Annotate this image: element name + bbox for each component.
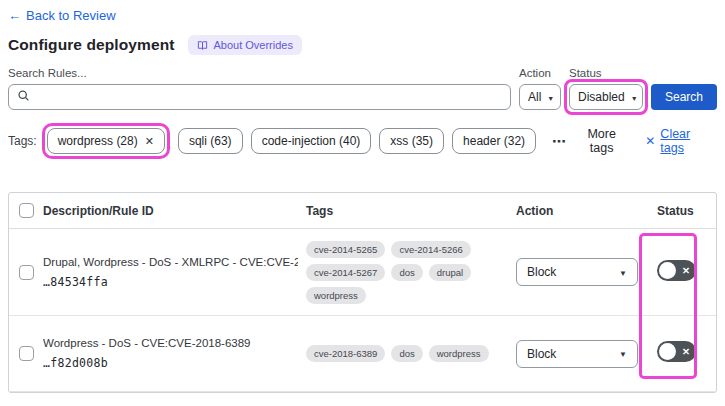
table-row: Drupal, Wordpress - DoS - XMLRPC - CVE:C… [9, 229, 716, 316]
row-checkbox[interactable] [19, 346, 34, 361]
tags-filter-row: Tags: wordpress (28) ✕ sqli (63) code-in… [8, 127, 717, 155]
column-header-description: Description/Rule ID [43, 204, 306, 218]
back-to-review-link[interactable]: ← Back to Review [8, 8, 116, 23]
status-filter-highlight: Disabled ▼ [564, 79, 648, 115]
tag-chip: cve-2014-5265 [306, 241, 385, 258]
tag-chip: drupal [429, 264, 471, 281]
remove-tag-icon[interactable]: ✕ [145, 135, 154, 148]
tag-pill-header[interactable]: header (32) [452, 128, 536, 154]
tag-pill-label: wordpress (28) [58, 134, 138, 148]
rules-table: Description/Rule ID Tags Action Status D… [8, 192, 717, 393]
toggle-knob [659, 343, 676, 360]
search-icon [17, 88, 30, 106]
action-filter-value: All [528, 90, 541, 104]
clear-tags-icon: ✕ [645, 134, 655, 148]
tag-pill-sqli[interactable]: sqli (63) [178, 128, 243, 154]
selected-tag-highlight: wordpress (28) ✕ [42, 123, 170, 159]
tag-chip: cve-2018-6389 [306, 345, 385, 362]
column-header-tags: Tags [306, 204, 506, 218]
tag-chip: wordpress [429, 345, 489, 362]
status-filter-dropdown[interactable]: Disabled ▼ [569, 84, 643, 110]
table-row: Wordpress - DoS - CVE:CVE-2018-6389 …f82… [9, 316, 716, 392]
column-header-status: Status [641, 204, 716, 218]
chevron-down-icon: ▼ [631, 94, 638, 101]
tag-pill-xss[interactable]: xss (35) [379, 128, 444, 154]
about-overrides-label: About Overrides [213, 39, 292, 51]
filter-controls: Search Rules... Action All ▼ Status [8, 67, 717, 110]
chevron-down-icon: ▼ [619, 268, 627, 277]
tag-chip: dos [391, 264, 422, 281]
column-header-action: Action [506, 204, 641, 218]
toggle-x-icon: ✕ [682, 260, 690, 281]
rule-id: …f82d008b [43, 356, 298, 370]
rule-tags: cve-2018-6389 dos wordpress [306, 335, 506, 372]
tag-chip: dos [391, 345, 422, 362]
tag-pill-wordpress[interactable]: wordpress (28) ✕ [47, 128, 165, 154]
back-arrow-icon: ← [8, 8, 21, 23]
rule-description: Drupal, Wordpress - DoS - XMLRPC - CVE:C… [43, 256, 298, 268]
more-tags-label: More tags [574, 127, 629, 155]
tag-chip: cve-2014-5267 [306, 264, 385, 281]
action-filter-label: Action [519, 67, 561, 79]
rule-tags: cve-2014-5265 cve-2014-5266 cve-2014-526… [306, 231, 506, 314]
action-select[interactable]: Block ▼ [516, 340, 638, 368]
action-select[interactable]: Block ▼ [516, 258, 638, 286]
search-input-container[interactable] [8, 84, 511, 110]
table-header-row: Description/Rule ID Tags Action Status [9, 193, 716, 229]
page-title: Configure deployment [8, 36, 174, 54]
status-toggle[interactable]: ✕ [657, 341, 696, 362]
row-checkbox[interactable] [19, 265, 34, 280]
search-rules-label: Search Rules... [8, 67, 511, 79]
status-filter-value: Disabled [578, 90, 625, 104]
toggle-x-icon: ✕ [682, 341, 690, 362]
rule-id: …84534ffa [43, 275, 298, 289]
rule-description: Wordpress - DoS - CVE:CVE-2018-6389 [43, 337, 298, 349]
search-input[interactable] [36, 90, 502, 104]
clear-tags-link[interactable]: ✕ Clear tags [645, 127, 717, 155]
tags-filter-label: Tags: [8, 134, 37, 148]
more-tags-button[interactable]: ⋯ More tags [552, 127, 629, 155]
about-overrides-badge[interactable]: About Overrides [188, 35, 301, 55]
search-button[interactable]: Search [651, 84, 717, 110]
action-filter-dropdown[interactable]: All ▼ [519, 84, 561, 110]
ellipsis-icon: ⋯ [552, 133, 567, 149]
tag-chip: wordpress [306, 287, 366, 304]
tag-chip: cve-2014-5266 [391, 241, 470, 258]
book-icon [197, 40, 208, 51]
back-link-label: Back to Review [26, 8, 116, 23]
status-filter-label: Status [569, 67, 643, 79]
action-select-value: Block [527, 265, 556, 279]
action-select-value: Block [527, 347, 556, 361]
tag-pill-code-injection[interactable]: code-injection (40) [251, 128, 372, 154]
select-all-checkbox[interactable] [19, 203, 34, 218]
clear-tags-label: Clear tags [660, 127, 717, 155]
chevron-down-icon: ▼ [619, 350, 627, 359]
chevron-down-icon: ▼ [547, 94, 554, 101]
status-toggle[interactable]: ✕ [657, 260, 696, 281]
configure-deployment-page: ← Back to Review Configure deployment Ab… [0, 0, 725, 406]
toggle-knob [659, 262, 676, 279]
title-row: Configure deployment About Overrides [8, 35, 717, 55]
